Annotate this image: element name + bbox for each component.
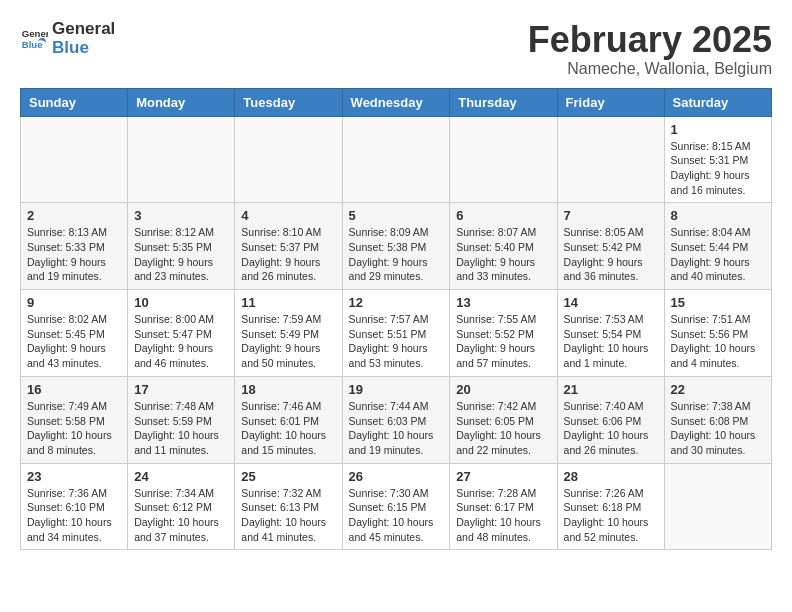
day-number: 11	[241, 295, 335, 310]
day-number: 2	[27, 208, 121, 223]
day-number: 28	[564, 469, 658, 484]
day-info: Sunrise: 8:07 AMSunset: 5:40 PMDaylight:…	[456, 225, 550, 284]
calendar-cell: 27Sunrise: 7:28 AMSunset: 6:17 PMDayligh…	[450, 463, 557, 550]
day-info: Sunrise: 7:34 AMSunset: 6:12 PMDaylight:…	[134, 486, 228, 545]
day-info: Sunrise: 7:55 AMSunset: 5:52 PMDaylight:…	[456, 312, 550, 371]
day-number: 18	[241, 382, 335, 397]
calendar-cell: 4Sunrise: 8:10 AMSunset: 5:37 PMDaylight…	[235, 203, 342, 290]
calendar-week-1: 1Sunrise: 8:15 AMSunset: 5:31 PMDaylight…	[21, 116, 772, 203]
calendar-cell: 1Sunrise: 8:15 AMSunset: 5:31 PMDaylight…	[664, 116, 771, 203]
calendar-cell: 3Sunrise: 8:12 AMSunset: 5:35 PMDaylight…	[128, 203, 235, 290]
calendar-cell	[128, 116, 235, 203]
calendar-header-sunday: Sunday	[21, 88, 128, 116]
calendar-cell	[342, 116, 450, 203]
calendar-header-friday: Friday	[557, 88, 664, 116]
svg-text:Blue: Blue	[22, 38, 43, 49]
svg-text:General: General	[22, 28, 48, 39]
day-number: 13	[456, 295, 550, 310]
day-number: 9	[27, 295, 121, 310]
day-info: Sunrise: 7:48 AMSunset: 5:59 PMDaylight:…	[134, 399, 228, 458]
calendar-cell: 10Sunrise: 8:00 AMSunset: 5:47 PMDayligh…	[128, 290, 235, 377]
calendar-week-5: 23Sunrise: 7:36 AMSunset: 6:10 PMDayligh…	[21, 463, 772, 550]
day-info: Sunrise: 7:28 AMSunset: 6:17 PMDaylight:…	[456, 486, 550, 545]
day-info: Sunrise: 7:51 AMSunset: 5:56 PMDaylight:…	[671, 312, 765, 371]
calendar-table: SundayMondayTuesdayWednesdayThursdayFrid…	[20, 88, 772, 551]
calendar-cell: 9Sunrise: 8:02 AMSunset: 5:45 PMDaylight…	[21, 290, 128, 377]
day-info: Sunrise: 7:26 AMSunset: 6:18 PMDaylight:…	[564, 486, 658, 545]
day-info: Sunrise: 7:32 AMSunset: 6:13 PMDaylight:…	[241, 486, 335, 545]
day-info: Sunrise: 8:02 AMSunset: 5:45 PMDaylight:…	[27, 312, 121, 371]
day-info: Sunrise: 8:15 AMSunset: 5:31 PMDaylight:…	[671, 139, 765, 198]
calendar-cell: 2Sunrise: 8:13 AMSunset: 5:33 PMDaylight…	[21, 203, 128, 290]
day-number: 4	[241, 208, 335, 223]
calendar-cell: 8Sunrise: 8:04 AMSunset: 5:44 PMDaylight…	[664, 203, 771, 290]
calendar-cell: 21Sunrise: 7:40 AMSunset: 6:06 PMDayligh…	[557, 376, 664, 463]
day-info: Sunrise: 7:36 AMSunset: 6:10 PMDaylight:…	[27, 486, 121, 545]
page-header: General Blue General Blue February 2025 …	[20, 20, 772, 78]
calendar-cell: 26Sunrise: 7:30 AMSunset: 6:15 PMDayligh…	[342, 463, 450, 550]
day-number: 10	[134, 295, 228, 310]
day-info: Sunrise: 8:00 AMSunset: 5:47 PMDaylight:…	[134, 312, 228, 371]
logo: General Blue General Blue	[20, 20, 115, 57]
calendar-cell: 16Sunrise: 7:49 AMSunset: 5:58 PMDayligh…	[21, 376, 128, 463]
day-info: Sunrise: 7:46 AMSunset: 6:01 PMDaylight:…	[241, 399, 335, 458]
logo-icon: General Blue	[20, 25, 48, 53]
day-info: Sunrise: 7:59 AMSunset: 5:49 PMDaylight:…	[241, 312, 335, 371]
calendar-cell	[664, 463, 771, 550]
calendar-cell	[557, 116, 664, 203]
day-info: Sunrise: 8:05 AMSunset: 5:42 PMDaylight:…	[564, 225, 658, 284]
day-info: Sunrise: 7:53 AMSunset: 5:54 PMDaylight:…	[564, 312, 658, 371]
logo-general-text: General	[52, 20, 115, 39]
calendar-header-monday: Monday	[128, 88, 235, 116]
calendar-cell	[21, 116, 128, 203]
day-info: Sunrise: 8:04 AMSunset: 5:44 PMDaylight:…	[671, 225, 765, 284]
calendar-week-3: 9Sunrise: 8:02 AMSunset: 5:45 PMDaylight…	[21, 290, 772, 377]
day-info: Sunrise: 8:09 AMSunset: 5:38 PMDaylight:…	[349, 225, 444, 284]
day-number: 1	[671, 122, 765, 137]
day-number: 15	[671, 295, 765, 310]
calendar-cell: 15Sunrise: 7:51 AMSunset: 5:56 PMDayligh…	[664, 290, 771, 377]
calendar-cell: 5Sunrise: 8:09 AMSunset: 5:38 PMDaylight…	[342, 203, 450, 290]
day-number: 21	[564, 382, 658, 397]
calendar-cell	[450, 116, 557, 203]
day-info: Sunrise: 8:13 AMSunset: 5:33 PMDaylight:…	[27, 225, 121, 284]
calendar-cell: 19Sunrise: 7:44 AMSunset: 6:03 PMDayligh…	[342, 376, 450, 463]
day-number: 6	[456, 208, 550, 223]
title-block: February 2025 Nameche, Wallonia, Belgium	[528, 20, 772, 78]
day-info: Sunrise: 8:12 AMSunset: 5:35 PMDaylight:…	[134, 225, 228, 284]
calendar-cell: 13Sunrise: 7:55 AMSunset: 5:52 PMDayligh…	[450, 290, 557, 377]
day-info: Sunrise: 7:49 AMSunset: 5:58 PMDaylight:…	[27, 399, 121, 458]
day-number: 8	[671, 208, 765, 223]
calendar-cell: 18Sunrise: 7:46 AMSunset: 6:01 PMDayligh…	[235, 376, 342, 463]
calendar-cell: 22Sunrise: 7:38 AMSunset: 6:08 PMDayligh…	[664, 376, 771, 463]
day-number: 24	[134, 469, 228, 484]
day-number: 16	[27, 382, 121, 397]
day-info: Sunrise: 7:38 AMSunset: 6:08 PMDaylight:…	[671, 399, 765, 458]
calendar-header-row: SundayMondayTuesdayWednesdayThursdayFrid…	[21, 88, 772, 116]
month-title: February 2025	[528, 20, 772, 60]
day-number: 20	[456, 382, 550, 397]
day-number: 19	[349, 382, 444, 397]
day-info: Sunrise: 8:10 AMSunset: 5:37 PMDaylight:…	[241, 225, 335, 284]
day-number: 23	[27, 469, 121, 484]
calendar-header-wednesday: Wednesday	[342, 88, 450, 116]
calendar-cell: 12Sunrise: 7:57 AMSunset: 5:51 PMDayligh…	[342, 290, 450, 377]
calendar-cell: 25Sunrise: 7:32 AMSunset: 6:13 PMDayligh…	[235, 463, 342, 550]
calendar-cell: 17Sunrise: 7:48 AMSunset: 5:59 PMDayligh…	[128, 376, 235, 463]
logo-blue-text: Blue	[52, 39, 115, 58]
calendar-header-thursday: Thursday	[450, 88, 557, 116]
calendar-cell	[235, 116, 342, 203]
calendar-week-2: 2Sunrise: 8:13 AMSunset: 5:33 PMDaylight…	[21, 203, 772, 290]
day-number: 7	[564, 208, 658, 223]
calendar-week-4: 16Sunrise: 7:49 AMSunset: 5:58 PMDayligh…	[21, 376, 772, 463]
day-number: 12	[349, 295, 444, 310]
day-number: 25	[241, 469, 335, 484]
day-number: 5	[349, 208, 444, 223]
day-info: Sunrise: 7:40 AMSunset: 6:06 PMDaylight:…	[564, 399, 658, 458]
location-title: Nameche, Wallonia, Belgium	[528, 60, 772, 78]
calendar-header-tuesday: Tuesday	[235, 88, 342, 116]
calendar-cell: 14Sunrise: 7:53 AMSunset: 5:54 PMDayligh…	[557, 290, 664, 377]
day-number: 22	[671, 382, 765, 397]
day-info: Sunrise: 7:57 AMSunset: 5:51 PMDaylight:…	[349, 312, 444, 371]
day-info: Sunrise: 7:42 AMSunset: 6:05 PMDaylight:…	[456, 399, 550, 458]
